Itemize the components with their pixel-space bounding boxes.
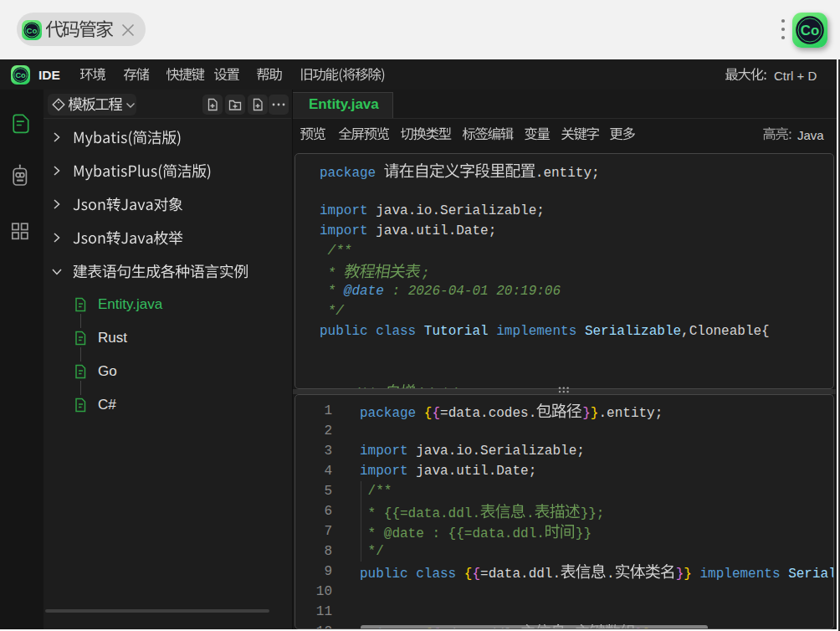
svg-text:Co: Co — [27, 25, 38, 34]
svg-text:Co: Co — [801, 23, 819, 38]
svg-text:Co: Co — [15, 70, 26, 79]
